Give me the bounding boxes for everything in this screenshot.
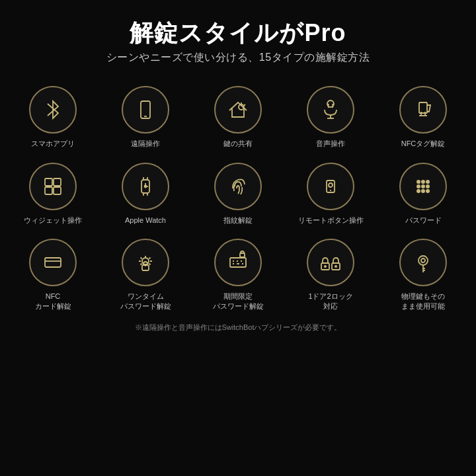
- svg-point-46: [324, 265, 327, 268]
- svg-rect-10: [54, 178, 61, 186]
- icon-item-widget: ウィジェット操作: [7, 155, 99, 231]
- icon-label-key-share: 鍵の共有: [223, 139, 253, 149]
- svg-rect-9: [45, 178, 52, 186]
- icon-label-double-lock: 1ドア2ロック 対応: [308, 292, 352, 312]
- icon-item-password: パスワード: [377, 155, 469, 231]
- svg-point-22: [329, 183, 333, 187]
- icon-label-period-password: 期間限定 パスワード解錠: [213, 292, 264, 312]
- icon-label-onetime-password: ワンタイム パスワード解錠: [120, 292, 171, 312]
- svg-point-49: [418, 256, 428, 265]
- icon-item-smartphone-app: スマホアプリ: [7, 78, 99, 154]
- page-header: 解錠スタイルがPro シーンやニーズで使い分ける、15タイプの施解錠方法: [93, 0, 383, 71]
- icon-circle-voice-control: [307, 86, 354, 134]
- icon-item-key-share: 鍵の共有: [192, 78, 284, 154]
- icon-label-remote-control: 遠隔操作: [131, 139, 160, 149]
- svg-point-32: [426, 189, 430, 193]
- icon-circle-onetime-password: [122, 239, 169, 286]
- svg-point-30: [416, 189, 420, 193]
- icon-circle-widget: [29, 163, 77, 210]
- icon-label-widget: ウィジェット操作: [24, 216, 82, 225]
- icon-circle-key-share: [214, 86, 262, 134]
- svg-rect-33: [45, 258, 61, 267]
- icon-label-smartphone-app: スマホアプリ: [31, 139, 75, 149]
- icon-label-apple-watch: Apple Watch: [125, 216, 166, 225]
- icon-item-fingerprint: 指紋解錠: [192, 155, 284, 231]
- icon-item-voice-control: 音声操作: [284, 78, 377, 154]
- icon-circle-nfc-card: [29, 239, 77, 286]
- svg-rect-12: [54, 187, 61, 194]
- icon-circle-fingerprint: [214, 163, 262, 210]
- icon-label-nfc-tag: NFCタグ解錠: [401, 139, 446, 149]
- icon-label-nfc-card: NFC カード解錠: [35, 292, 71, 312]
- svg-point-50: [421, 258, 425, 262]
- icon-circle-nfc-tag: [399, 86, 447, 134]
- icon-label-physical-key: 物理鍵もその まま使用可能: [401, 292, 445, 312]
- svg-rect-44: [240, 253, 245, 257]
- icon-item-physical-key: 物理鍵もその まま使用可能: [377, 231, 469, 317]
- page-subtitle: シーンやニーズで使い分ける、15タイプの施解錠方法: [106, 51, 370, 65]
- svg-point-31: [421, 189, 425, 193]
- icon-item-onetime-password: ワンタイム パスワード解錠: [99, 231, 192, 317]
- svg-point-48: [335, 265, 337, 268]
- icon-label-remote-button: リモートボタン操作: [298, 216, 364, 225]
- svg-point-29: [426, 184, 430, 188]
- icon-circle-remote-control: [122, 86, 169, 134]
- icon-circle-apple-watch: [122, 163, 169, 210]
- svg-point-27: [416, 184, 420, 188]
- icon-circle-double-lock: [307, 239, 354, 286]
- icon-circle-period-password: [214, 239, 262, 286]
- icon-item-period-password: 期間限定 パスワード解錠: [192, 231, 284, 317]
- icon-item-nfc-card: NFC カード解錠: [7, 231, 99, 317]
- icon-item-nfc-tag: NFCタグ解錠: [377, 78, 469, 154]
- icon-circle-password: [399, 163, 447, 210]
- icon-item-remote-button: リモートボタン操作: [284, 155, 377, 231]
- icon-item-apple-watch: Apple Watch: [99, 155, 192, 231]
- page-title: 解錠スタイルがPro: [106, 19, 370, 47]
- svg-rect-37: [230, 258, 246, 267]
- icon-item-remote-control: 遠隔操作: [99, 78, 192, 154]
- svg-rect-8: [419, 102, 427, 113]
- svg-line-4: [244, 104, 246, 106]
- icon-circle-physical-key: [399, 239, 447, 286]
- icon-circle-smartphone-app: [29, 86, 77, 134]
- svg-point-24: [416, 180, 420, 184]
- icon-label-voice-control: 音声操作: [316, 139, 345, 149]
- svg-point-26: [426, 180, 430, 184]
- icon-circle-remote-button: [307, 163, 354, 210]
- footer-note: ※遠隔操作と音声操作にはSwitchBotハブシリーズが必要です。: [122, 317, 355, 339]
- icon-item-double-lock: 1ドア2ロック 対応: [284, 231, 377, 317]
- icons-grid: スマホアプリ遠隔操作鍵の共有音声操作NFCタグ解錠ウィジェット操作Apple W…: [0, 71, 476, 317]
- svg-point-28: [421, 184, 425, 188]
- icon-label-fingerprint: 指紋解錠: [223, 216, 253, 225]
- icon-label-password: パスワード: [405, 216, 442, 225]
- svg-point-25: [421, 180, 425, 184]
- svg-rect-11: [45, 187, 52, 194]
